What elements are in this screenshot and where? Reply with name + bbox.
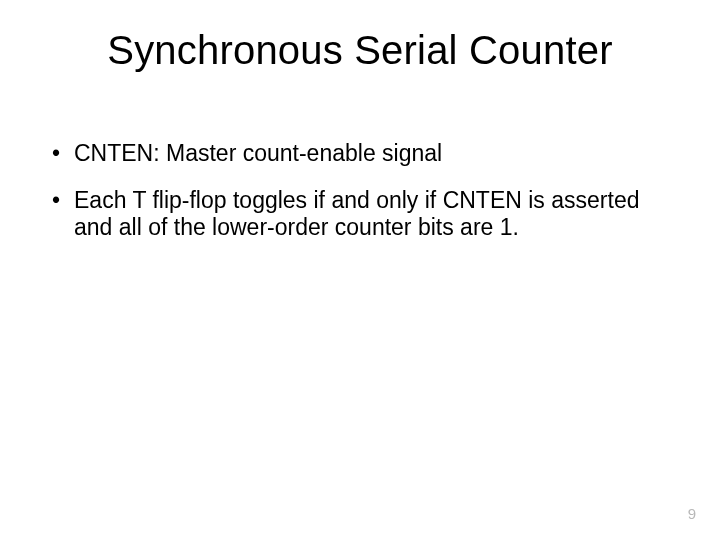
bullet-list: CNTEN: Master count-enable signal Each T… bbox=[48, 140, 672, 241]
slide-body: CNTEN: Master count-enable signal Each T… bbox=[48, 140, 672, 261]
list-item: CNTEN: Master count-enable signal bbox=[48, 140, 672, 167]
page-number: 9 bbox=[688, 505, 696, 522]
list-item: Each T flip-flop toggles if and only if … bbox=[48, 187, 672, 241]
slide: Synchronous Serial Counter CNTEN: Master… bbox=[0, 0, 720, 540]
slide-title: Synchronous Serial Counter bbox=[0, 28, 720, 73]
